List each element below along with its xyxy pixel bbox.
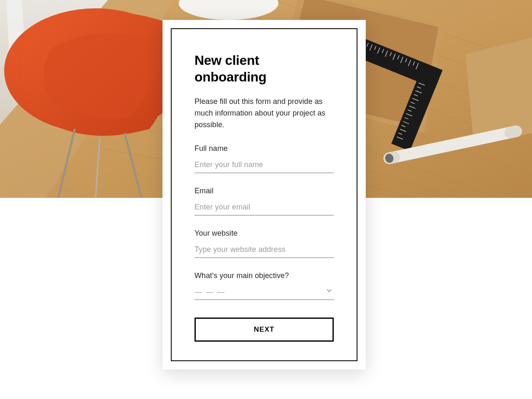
- field-group-fullname: Full name: [195, 144, 334, 173]
- next-button[interactable]: NEXT: [195, 318, 334, 342]
- website-input[interactable]: [195, 244, 334, 258]
- fullname-input[interactable]: [195, 159, 334, 173]
- form-title: New client onboarding: [195, 52, 334, 85]
- fullname-label: Full name: [195, 144, 334, 153]
- field-group-website: Your website: [195, 229, 334, 258]
- onboarding-card: New client onboarding Please fill out th…: [163, 20, 366, 369]
- form-description: Please fill out this form and provide as…: [195, 96, 334, 131]
- website-label: Your website: [195, 229, 334, 238]
- field-group-email: Email: [195, 187, 334, 216]
- email-input[interactable]: [195, 201, 334, 216]
- onboarding-card-inner: New client onboarding Please fill out th…: [171, 28, 357, 361]
- email-label: Email: [195, 187, 334, 195]
- objective-select-wrap: — — —: [195, 286, 334, 300]
- field-group-objective: What's your main objective? — — —: [195, 271, 334, 300]
- objective-label: What's your main objective?: [195, 271, 334, 280]
- objective-select[interactable]: — — —: [195, 286, 334, 300]
